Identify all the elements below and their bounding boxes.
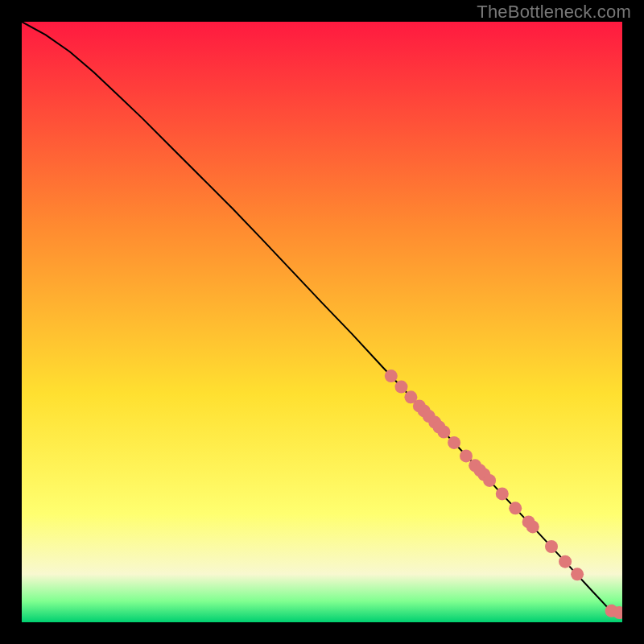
chart-area [22,22,622,622]
scatter-point [496,487,509,500]
scatter-point [571,568,584,580]
scatter-point [385,369,398,382]
watermark-text: TheBottleneck.com [477,2,631,23]
scatter-point [395,381,408,394]
scatter-point [545,540,558,553]
scatter-point [509,502,522,514]
scatter-point [437,426,450,439]
scatter-point [559,555,572,568]
scatter-point [483,474,496,487]
chart-svg [22,22,622,622]
scatter-point [448,436,460,449]
scatter-point [460,449,473,462]
scatter-point [526,520,539,533]
